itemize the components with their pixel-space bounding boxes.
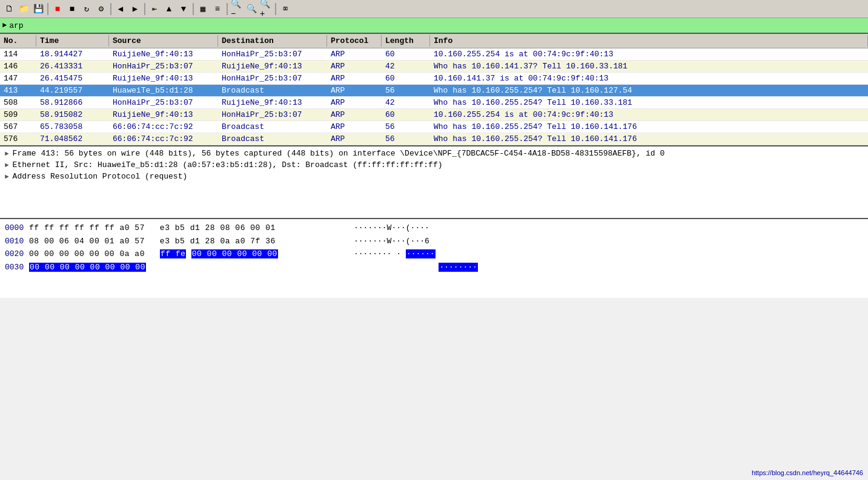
detail-pane: ► Frame 413: 56 bytes on wire (448 bits)… [0,146,868,219]
capture-start-btn[interactable]: ■ [51,2,64,16]
hex-bytes-1: 08 00 06 04 00 01 a0 57 e3 b5 d1 28 0a a… [29,235,344,248]
table-row[interactable]: 50858.912866HonHaiPr_25:b3:07RuijieNe_9f… [0,97,868,109]
packet-cell-source: HonHaiPr_25:b3:07 [109,61,218,71]
up-btn[interactable]: ▲ [162,2,176,16]
col-time: Time [36,35,109,47]
zoom-out-btn[interactable]: 🔍− [230,2,244,16]
indent-left-btn[interactable]: ⇤ [148,2,161,16]
capture-restart-btn[interactable]: ↻ [80,2,93,16]
packet-cell-length: 42 [382,97,430,108]
packet-cell-length: 60 [382,49,430,59]
hex-ascii-1: ·······W···(···6 [354,235,429,248]
col-destination: Destination [218,35,327,47]
packet-cell-length: 60 [382,73,430,84]
packet-cell-protocol: ARP [327,110,382,120]
packet-header: No. Time Source Destination Protocol Len… [0,34,868,48]
packet-cell-source: RuijieNe_9f:40:13 [109,73,218,84]
hex-pane: 0000 ff ff ff ff ff ff a0 57 e3 b5 d1 28… [0,219,868,298]
watermark: https://blog.csdn.net/heyrq_44644746 [752,469,863,476]
sep6 [275,3,276,15]
table-row[interactable]: 14626.413331HonHaiPr_25:b3:07RuijieNe_9f… [0,61,868,73]
packet-cell-length: 60 [382,110,430,120]
hex-row-0030: 0030 00 00 00 00 00 00 00 00 ········ [5,261,863,274]
packet-cell-time: 71.048562 [36,134,109,144]
packet-cell-destination: HonHaiPr_25:b3:07 [218,110,327,120]
frame-detail-row[interactable]: ► Frame 413: 56 bytes on wire (448 bits)… [0,148,868,159]
table-row[interactable]: 41344.219557HuaweiTe_b5:d1:28BroadcastAR… [0,85,868,97]
table-row[interactable]: 50958.915082RuijieNe_9f:40:13HonHaiPr_25… [0,109,868,121]
back-btn[interactable]: ◀ [114,2,127,16]
col-no: No. [0,35,36,47]
arp-expand-icon: ► [5,173,9,180]
frame-detail-text: Frame 413: 56 bytes on wire (448 bits), … [13,149,665,158]
hex-row-0000: 0000 ff ff ff ff ff ff a0 57 e3 b5 d1 28… [5,222,863,235]
hex-bytes-2: 00 00 00 00 00 00 0a a0 ff fe 00 00 00 0… [29,248,344,260]
hex-ascii-0: ·······W···(···· [354,222,429,234]
packet-cell-time: 44.219557 [36,85,109,96]
hex-highlight-3: 00 00 00 00 00 00 00 00 [29,263,146,272]
table-row[interactable]: 14726.415475RuijieNe_9f:40:13HonHaiPr_25… [0,73,868,85]
packet-cell-destination: Broadcast [218,85,327,96]
filter-icon: ► [2,21,7,30]
packet-cell-protocol: ARP [327,97,382,108]
zoom-in-btn[interactable]: 🔍+ [259,2,273,16]
packet-cell-time: 18.914427 [36,49,109,59]
hex-ascii-highlight-3: ········ [439,263,477,272]
packet-cell-time: 58.915082 [36,110,109,120]
new-file-btn[interactable]: 🗋 [2,2,16,16]
table-row[interactable]: 11418.914427RuijieNe_9f:40:13HonHaiPr_25… [0,48,868,61]
hex-highlight-2b: 00 00 00 00 00 00 [191,249,278,258]
zoom-normal-btn[interactable]: 🔍 [245,2,258,16]
packet-cell-info: 10.160.255.254 is at 00:74:9c:9f:40:13 [430,49,868,59]
graph-btn[interactable]: ⌧ [279,2,292,16]
packet-rows: 11418.914427RuijieNe_9f:40:13HonHaiPr_25… [0,48,868,145]
packet-cell-no: 508 [0,97,36,108]
select-btn[interactable]: ▦ [196,2,210,16]
sep1 [47,3,48,15]
packet-cell-time: 65.783058 [36,122,109,132]
capture-options-btn[interactable]: ⚙ [94,2,108,16]
packet-cell-destination: HonHaiPr_25:b3:07 [218,49,327,59]
capture-stop-btn[interactable]: ■ [65,2,79,16]
packet-cell-source: HonHaiPr_25:b3:07 [109,97,218,108]
open-btn[interactable]: 📁 [17,2,30,16]
packet-cell-no: 146 [0,61,36,71]
col-source: Source [109,35,218,47]
packet-cell-length: 56 [382,122,430,132]
col-protocol: Protocol [327,35,382,47]
arp-detail-text: Address Resolution Protocol (request) [13,172,188,181]
hex-highlight-2a: ff fe [160,249,187,258]
ethernet-detail-row[interactable]: ► Ethernet II, Src: HuaweiTe_b5:d1:28 (a… [0,159,868,171]
packet-cell-info: Who has 10.160.255.254? Tell 10.160.141.… [430,122,868,132]
table-row[interactable]: 56765.78305866:06:74:cc:7c:92BroadcastAR… [0,121,868,133]
down-btn[interactable]: ▼ [177,2,190,16]
hex-offset-2: 0020 [5,248,29,260]
hex-bytes-0: ff ff ff ff ff ff a0 57 e3 b5 d1 28 08 0… [29,222,344,234]
packet-cell-protocol: ARP [327,73,382,84]
packet-cell-no: 114 [0,49,36,59]
packet-cell-info: Who has 10.160.255.254? Tell 10.160.33.1… [430,97,868,108]
filter-input[interactable] [9,21,866,30]
frame-expand-icon: ► [5,150,9,157]
table-row[interactable]: 57671.04856266:06:74:cc:7c:92BroadcastAR… [0,133,868,145]
save-btn[interactable]: 💾 [31,2,45,16]
packet-cell-destination: Broadcast [218,122,327,132]
packet-cell-protocol: ARP [327,85,382,96]
packet-cell-source: 66:06:74:cc:7c:92 [109,134,218,144]
packet-cell-no: 147 [0,73,36,84]
packet-cell-time: 26.415475 [36,73,109,84]
packet-cell-info: Who has 10.160.141.37? Tell 10.160.33.18… [430,61,868,71]
packet-cell-length: 56 [382,134,430,144]
packet-cell-no: 567 [0,122,36,132]
align-btn[interactable]: ≡ [211,2,224,16]
packet-cell-info: Who has 10.160.255.254? Tell 10.160.127.… [430,85,868,96]
packet-cell-source: HuaweiTe_b5:d1:28 [109,85,218,96]
packet-cell-info: 10.160.255.254 is at 00:74:9c:9f:40:13 [430,110,868,120]
packet-list: No. Time Source Destination Protocol Len… [0,34,868,146]
hex-ascii-highlight-2: ······ [406,249,436,258]
arp-detail-row[interactable]: ► Address Resolution Protocol (request) [0,171,868,182]
hex-ascii-3: ········ [354,261,478,274]
fwd-btn[interactable]: ▶ [128,2,142,16]
packet-cell-info: 10.160.141.37 is at 00:74:9c:9f:40:13 [430,73,868,84]
hex-offset-1: 0010 [5,235,29,248]
